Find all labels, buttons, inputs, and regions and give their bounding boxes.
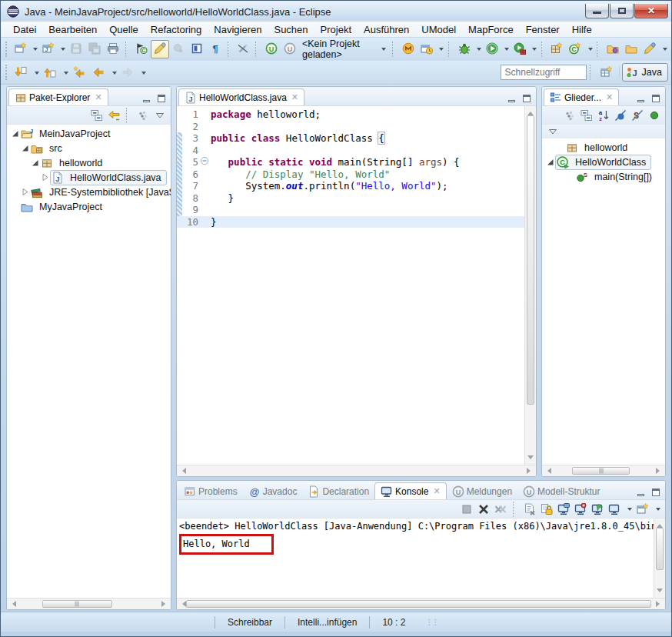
next-annotation-button[interactable] [12, 63, 31, 82]
java-perspective-button[interactable]: J Java [622, 63, 668, 82]
tab-modell-struktur[interactable]: UModell-Struktur [517, 483, 605, 499]
back-dropdown[interactable] [108, 63, 118, 82]
code-line[interactable]: 10} [177, 216, 524, 228]
save-button[interactable] [67, 40, 85, 58]
minimize-view-button[interactable] [141, 94, 151, 102]
vertical-scrollbar[interactable] [524, 106, 536, 465]
focus-button[interactable] [562, 108, 577, 123]
console-output[interactable]: <beendet> HelloWorldClass [Java-Anwendun… [177, 519, 654, 598]
expander-icon[interactable] [20, 187, 30, 197]
run-button[interactable] [483, 40, 501, 58]
show-on-stdout-button[interactable] [556, 502, 571, 517]
hide-fields-button[interactable] [613, 108, 628, 123]
view-menu-chevron-button[interactable] [152, 108, 168, 123]
expander-icon[interactable] [30, 158, 40, 168]
generate-code-button[interactable]: C [132, 40, 151, 58]
menu-refactoring[interactable]: Refactoring [145, 22, 208, 37]
expander-icon[interactable] [545, 157, 555, 167]
new-wizard-dropdown[interactable] [30, 40, 39, 58]
menu-mapforce[interactable]: MapForce [462, 22, 520, 37]
vertical-scrollbar[interactable] [654, 519, 665, 598]
pin-console-button[interactable] [590, 502, 605, 517]
back-button[interactable] [89, 63, 108, 82]
tree-item[interactable]: JMeinJavaProject [7, 126, 171, 141]
code-line[interactable]: 2 [177, 121, 524, 133]
menu-navigieren[interactable]: Navigieren [208, 22, 268, 37]
debug-dropdown[interactable] [474, 40, 483, 58]
maximize-view-button[interactable] [650, 94, 660, 102]
display-selected-console-button[interactable] [607, 502, 622, 517]
collapse-all-button[interactable] [579, 108, 594, 123]
collapse-all-button[interactable] [89, 108, 105, 123]
view-menu-button[interactable] [135, 108, 151, 123]
menu-quelle[interactable]: Quelle [103, 22, 145, 37]
tab-package-explorer[interactable]: Paket-Explorer ✕ [8, 88, 108, 105]
show-on-stderr-button[interactable] [573, 502, 588, 517]
coverage-button[interactable] [511, 40, 529, 58]
expander-icon[interactable] [10, 128, 20, 138]
minimize-view-button[interactable] [507, 94, 517, 102]
new-class-dropdown[interactable] [584, 40, 594, 58]
maximize-view-button[interactable] [650, 488, 660, 496]
last-edit-location-button[interactable] [70, 63, 89, 82]
tab-problems[interactable]: Problems [178, 483, 243, 499]
tab-javadoc[interactable]: @Javadoc [243, 483, 303, 499]
new-java-element-button[interactable]: J [39, 40, 58, 58]
window-minimize-button[interactable] [585, 4, 609, 18]
tab-helloworldclass-java[interactable]: J HelloWorldClass.java ✕ [178, 88, 304, 105]
tree-item[interactable]: CHelloWorldClass [542, 155, 665, 169]
tab-outline[interactable]: Glieder... ✕ [544, 88, 619, 105]
run-last-tool-button[interactable] [418, 40, 436, 58]
horizontal-scrollbar[interactable] [7, 598, 171, 609]
hide-static-button[interactable]: S [630, 108, 645, 123]
menu-projekt[interactable]: Projekt [314, 22, 358, 37]
tree-item[interactable]: MyJavaProject [7, 199, 171, 214]
tree-item[interactable]: JHelloWorldClass.java [7, 170, 171, 185]
sort-button[interactable]: az [596, 108, 611, 123]
forward-dropdown[interactable] [138, 63, 148, 82]
umodel-button[interactable]: U [281, 40, 299, 58]
link-with-editor-button[interactable] [106, 108, 121, 123]
code-line[interactable]: 4 [177, 145, 524, 157]
show-selected-element-button[interactable] [188, 40, 206, 58]
open-console-dropdown[interactable] [652, 500, 662, 519]
forward-button[interactable] [118, 63, 138, 82]
close-icon[interactable]: ✕ [606, 92, 613, 102]
menu-ausführen[interactable]: Ausführen [358, 22, 415, 37]
menu-fenster[interactable]: Fenster [520, 22, 566, 37]
close-icon[interactable]: ✕ [291, 92, 298, 102]
mapforce-button[interactable] [399, 40, 418, 58]
expander-icon[interactable] [20, 143, 30, 153]
menu-suchen[interactable]: Suchen [268, 22, 314, 37]
display-selected-console-dropdown[interactable] [624, 500, 634, 519]
code-editor[interactable]: 1package helloworld;23public class Hello… [177, 106, 524, 465]
run-last-tool-dropdown[interactable] [436, 40, 445, 58]
remove-all-terminated-button[interactable] [493, 502, 508, 517]
clear-console-button[interactable] [522, 502, 537, 517]
search-disabled-button[interactable] [234, 40, 252, 58]
code-line[interactable]: 3public class HelloWorldClass { [177, 132, 524, 145]
open-resource-button[interactable] [622, 40, 640, 58]
window-close-button[interactable]: ✕ [634, 4, 668, 18]
open-type-button[interactable] [604, 40, 622, 58]
menu-umodel[interactable]: UModel [415, 22, 462, 37]
print-button[interactable] [104, 40, 122, 58]
hide-non-public-button[interactable] [647, 108, 662, 123]
minimize-view-button[interactable] [636, 94, 646, 102]
menu-bearbeiten[interactable]: Bearbeiten [42, 22, 103, 37]
scroll-lock-button[interactable] [539, 502, 554, 517]
tree-item[interactable]: Smain(String[]) [542, 169, 665, 184]
horizontal-scrollbar[interactable] [177, 598, 665, 609]
new-java-element-dropdown[interactable] [58, 40, 67, 58]
debug-button[interactable] [455, 40, 474, 58]
code-line[interactable]: 7 System.out.println("Hello, World"); [177, 180, 524, 192]
code-line[interactable]: 1package helloworld; [177, 108, 524, 121]
umodel-project-combo[interactable]: <Kein Projekt geladen> [299, 37, 389, 62]
horizontal-scrollbar[interactable] [177, 465, 536, 476]
tree-item[interactable]: src [7, 141, 171, 155]
code-line[interactable]: 5 public static void main(String[] args)… [177, 156, 524, 168]
new-wizard-button[interactable] [12, 40, 30, 58]
save-all-button[interactable] [85, 40, 104, 58]
coverage-dropdown[interactable] [529, 40, 538, 58]
mark-occurrences-button[interactable] [151, 40, 169, 58]
